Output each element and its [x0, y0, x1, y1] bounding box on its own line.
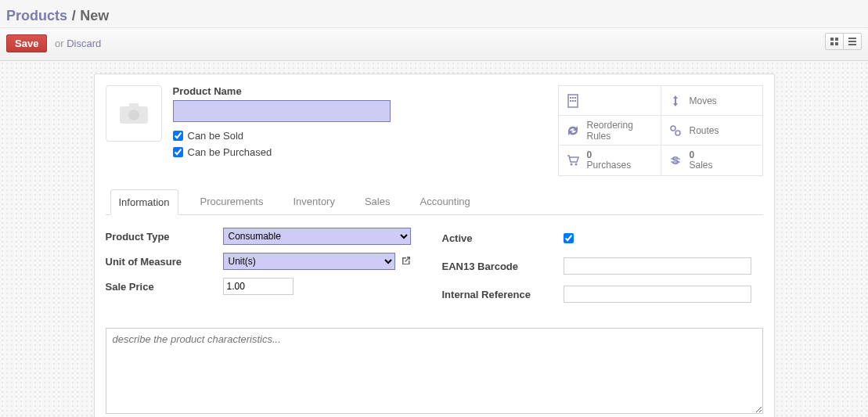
svg-rect-0 — [830, 38, 834, 41]
tab-inventory[interactable]: Inventory — [285, 189, 342, 215]
gears-icon — [668, 123, 683, 138]
stat-purchases-label: Purchases — [587, 160, 632, 171]
svg-point-19 — [570, 164, 572, 166]
svg-rect-3 — [835, 42, 838, 45]
can-be-sold-label: Can be Sold — [188, 130, 244, 142]
stat-purchases[interactable]: 0 Purchases — [559, 146, 661, 175]
svg-rect-2 — [830, 42, 834, 45]
stat-moves[interactable]: Moves — [661, 86, 762, 116]
stat-company[interactable] — [559, 86, 661, 116]
breadcrumb-root[interactable]: Products — [6, 8, 67, 23]
view-kanban-button[interactable] — [826, 34, 843, 49]
tabs: Information Procurements Inventory Sales… — [106, 189, 763, 215]
svg-text:S: S — [672, 154, 679, 167]
building-icon — [565, 93, 581, 109]
ean-input[interactable] — [564, 257, 751, 275]
stat-sales-label: Sales — [690, 160, 713, 171]
cart-icon — [565, 153, 581, 168]
page-area: Product Name Can be Sold Can be Purchase… — [0, 61, 868, 417]
uom-select[interactable]: Unit(s) — [223, 253, 395, 270]
stat-buttons: Moves Reordering Rules Routes — [558, 85, 763, 176]
action-bar: Save or Discard — [0, 28, 868, 61]
product-type-select[interactable]: Consumable — [223, 228, 411, 245]
breadcrumb-sep: / — [70, 8, 77, 23]
svg-rect-1 — [835, 38, 838, 41]
svg-rect-8 — [129, 103, 139, 108]
can-be-sold-row[interactable]: Can be Sold — [173, 130, 391, 142]
moves-icon — [668, 93, 683, 109]
stat-sales[interactable]: S 0 Sales — [661, 146, 762, 175]
tab-sales[interactable]: Sales — [357, 189, 398, 215]
svg-rect-13 — [574, 97, 576, 99]
sales-icon: S — [668, 153, 683, 168]
tab-accounting[interactable]: Accounting — [412, 189, 477, 215]
svg-rect-5 — [848, 41, 856, 42]
stat-routes[interactable]: Routes — [661, 116, 762, 146]
external-link-icon[interactable] — [400, 255, 411, 268]
product-name-input[interactable] — [173, 100, 391, 122]
uom-label: Unit of Measure — [106, 256, 223, 268]
stat-moves-label: Moves — [690, 95, 717, 106]
tab-procurements[interactable]: Procurements — [193, 189, 272, 215]
ref-label: Internal Reference — [442, 289, 564, 300]
grid-icon — [830, 37, 839, 46]
form-sheet: Product Name Can be Sold Can be Purchase… — [94, 74, 775, 417]
stat-routes-label: Routes — [690, 125, 719, 136]
ean-label: EAN13 Barcode — [442, 261, 564, 272]
description-textarea[interactable] — [106, 328, 763, 414]
save-button[interactable]: Save — [6, 34, 47, 52]
discard-link[interactable]: Discard — [67, 38, 101, 49]
svg-point-17 — [671, 126, 675, 131]
svg-point-18 — [675, 131, 680, 135]
svg-rect-16 — [574, 100, 576, 102]
or-text: or — [55, 38, 64, 49]
product-image-placeholder[interactable] — [106, 85, 162, 142]
breadcrumb-current: New — [80, 8, 109, 23]
active-label: Active — [442, 232, 564, 244]
svg-rect-14 — [570, 100, 571, 102]
svg-rect-11 — [570, 97, 571, 99]
svg-rect-6 — [848, 44, 856, 45]
product-type-label: Product Type — [106, 231, 223, 243]
sale-price-label: Sale Price — [106, 281, 223, 293]
can-be-purchased-label: Can be Purchased — [188, 146, 272, 158]
view-list-button[interactable] — [843, 34, 861, 49]
stat-reordering[interactable]: Reordering Rules — [559, 116, 661, 146]
active-checkbox[interactable] — [564, 233, 574, 243]
stat-reordering-label: Reordering Rules — [587, 120, 654, 142]
camera-icon — [118, 102, 149, 125]
can-be-sold-checkbox[interactable] — [173, 131, 183, 141]
product-name-label: Product Name — [173, 85, 391, 97]
refresh-icon — [565, 123, 581, 138]
list-icon — [848, 37, 857, 46]
view-switch — [825, 33, 862, 50]
svg-rect-4 — [848, 38, 856, 39]
svg-point-9 — [128, 110, 139, 120]
sale-price-input[interactable] — [223, 278, 294, 295]
ref-input[interactable] — [564, 286, 751, 303]
svg-rect-12 — [572, 97, 574, 99]
can-be-purchased-row[interactable]: Can be Purchased — [173, 146, 391, 158]
svg-point-20 — [574, 164, 577, 166]
svg-rect-15 — [572, 100, 574, 102]
breadcrumb: Products / New — [0, 0, 868, 28]
tab-information[interactable]: Information — [110, 189, 178, 215]
can-be-purchased-checkbox[interactable] — [173, 147, 183, 157]
